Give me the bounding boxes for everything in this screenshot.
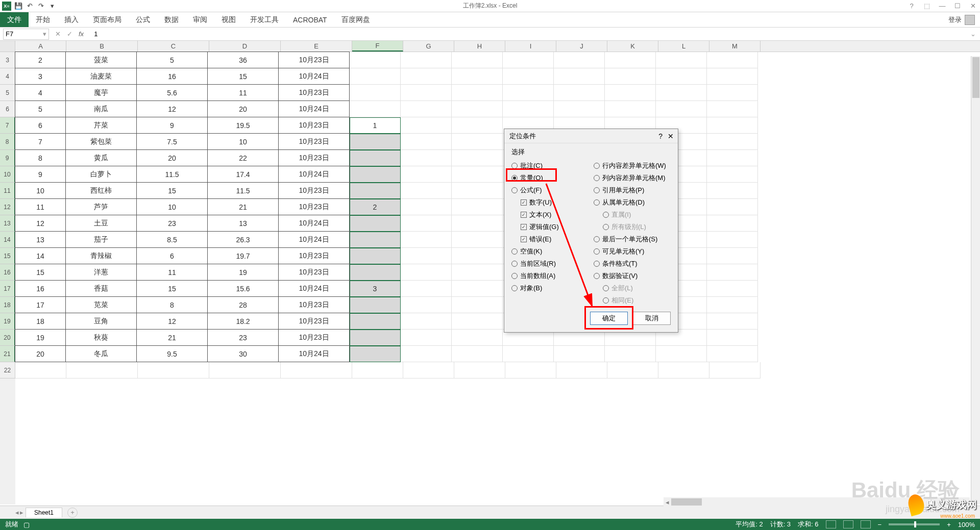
cell-B3[interactable]: 菠菜 bbox=[65, 52, 137, 68]
cell-H16[interactable] bbox=[452, 264, 503, 281]
column-header-B[interactable]: B bbox=[66, 41, 138, 52]
radio-label[interactable]: 可见单元格(Y) bbox=[602, 247, 644, 256]
cell-C21[interactable]: 9.5 bbox=[136, 345, 208, 362]
close-icon[interactable]: ✕ bbox=[968, 1, 978, 11]
cell-G16[interactable] bbox=[401, 264, 452, 281]
cell-G17[interactable] bbox=[401, 281, 452, 297]
zoom-in-icon[interactable]: + bbox=[947, 521, 951, 528]
cell-I3[interactable] bbox=[503, 52, 554, 68]
cell-J3[interactable] bbox=[554, 52, 605, 68]
cell-B14[interactable]: 茄子 bbox=[65, 231, 137, 248]
cell-E21[interactable]: 10月24日 bbox=[278, 345, 350, 362]
cell-K22[interactable] bbox=[607, 362, 658, 378]
cell-B20[interactable]: 秋葵 bbox=[65, 329, 137, 346]
radio[interactable] bbox=[594, 273, 600, 279]
cell-I5[interactable] bbox=[503, 85, 554, 101]
cell-E3[interactable]: 10月23日 bbox=[278, 52, 350, 68]
cell-L21[interactable] bbox=[656, 346, 707, 362]
fx-icon[interactable]: fx bbox=[79, 30, 84, 38]
cell-K5[interactable] bbox=[605, 85, 656, 101]
cell-M20[interactable] bbox=[707, 330, 758, 346]
cell-D15[interactable]: 19.7 bbox=[207, 247, 279, 264]
cell-E22[interactable] bbox=[281, 362, 352, 378]
radio[interactable] bbox=[511, 187, 518, 193]
column-header-H[interactable]: H bbox=[454, 41, 505, 52]
cell-H8[interactable] bbox=[452, 134, 503, 150]
cell-A16[interactable]: 15 bbox=[15, 264, 66, 281]
cell-B12[interactable]: 芦笋 bbox=[65, 198, 137, 215]
add-sheet-button[interactable]: + bbox=[67, 508, 78, 518]
cell-J4[interactable] bbox=[554, 68, 605, 85]
tab-developer[interactable]: 开发工具 bbox=[243, 12, 286, 27]
cell-M3[interactable] bbox=[707, 52, 758, 68]
cell-D9[interactable]: 22 bbox=[207, 149, 279, 166]
cell-H15[interactable] bbox=[452, 248, 503, 264]
cell-D5[interactable]: 11 bbox=[207, 84, 279, 101]
cell-A19[interactable]: 18 bbox=[15, 313, 66, 330]
cell-H11[interactable] bbox=[452, 183, 503, 199]
row-header-21[interactable]: 21 bbox=[0, 346, 15, 362]
cell-D20[interactable]: 23 bbox=[207, 329, 279, 346]
cell-A4[interactable]: 3 bbox=[15, 68, 66, 85]
sheet-nav-next-icon[interactable]: ▸ bbox=[20, 509, 23, 516]
cell-D12[interactable]: 21 bbox=[207, 198, 279, 215]
cell-B5[interactable]: 魔芋 bbox=[65, 84, 137, 101]
cell-E10[interactable]: 10月24日 bbox=[278, 166, 350, 183]
cell-E4[interactable]: 10月24日 bbox=[278, 68, 350, 85]
radio-label[interactable]: 批注(C) bbox=[520, 161, 543, 170]
zoom-out-icon[interactable]: − bbox=[878, 521, 882, 528]
radio-label[interactable]: 常量(O) bbox=[520, 173, 543, 183]
tab-data[interactable]: 数据 bbox=[157, 12, 186, 27]
cell-H20[interactable] bbox=[452, 330, 503, 346]
radio[interactable] bbox=[594, 261, 600, 267]
cell-L22[interactable] bbox=[658, 362, 709, 378]
cell-F7[interactable]: 1 bbox=[350, 117, 401, 134]
cell-B19[interactable]: 豆角 bbox=[65, 313, 137, 330]
cell-A17[interactable]: 16 bbox=[15, 280, 66, 297]
cell-F15[interactable] bbox=[350, 248, 401, 264]
radio-label[interactable]: 公式(F) bbox=[520, 186, 542, 195]
cell-M17[interactable] bbox=[707, 281, 758, 297]
cell-C22[interactable] bbox=[138, 362, 209, 378]
cell-F3[interactable] bbox=[350, 52, 401, 68]
cell-F10[interactable] bbox=[350, 166, 401, 183]
view-layout-icon[interactable] bbox=[843, 520, 853, 528]
cell-A3[interactable]: 2 bbox=[15, 52, 66, 68]
radio[interactable] bbox=[594, 175, 600, 181]
cell-C17[interactable]: 15 bbox=[136, 280, 208, 297]
cell-C10[interactable]: 11.5 bbox=[136, 166, 208, 183]
cell-D4[interactable]: 15 bbox=[207, 68, 279, 85]
row-header-4[interactable]: 4 bbox=[0, 68, 15, 85]
cell-M13[interactable] bbox=[707, 215, 758, 232]
cell-G19[interactable] bbox=[401, 313, 452, 330]
cell-H12[interactable] bbox=[452, 199, 503, 215]
row-header-10[interactable]: 10 bbox=[0, 166, 15, 183]
cell-B13[interactable]: 土豆 bbox=[65, 215, 137, 232]
cell-F13[interactable] bbox=[350, 215, 401, 232]
cell-M15[interactable] bbox=[707, 248, 758, 264]
cell-G20[interactable] bbox=[401, 330, 452, 346]
view-pagebreak-icon[interactable] bbox=[861, 520, 871, 528]
row-header-6[interactable]: 6 bbox=[0, 101, 15, 117]
cell-B18[interactable]: 苋菜 bbox=[65, 296, 137, 313]
cell-D13[interactable]: 13 bbox=[207, 215, 279, 232]
cell-M9[interactable] bbox=[707, 150, 758, 166]
cell-M11[interactable] bbox=[707, 183, 758, 199]
cell-E16[interactable]: 10月23日 bbox=[278, 264, 350, 281]
row-header-9[interactable]: 9 bbox=[0, 150, 15, 166]
cell-B21[interactable]: 冬瓜 bbox=[65, 345, 137, 362]
cell-A13[interactable]: 12 bbox=[15, 215, 66, 232]
cell-F11[interactable] bbox=[350, 183, 401, 199]
cell-F14[interactable] bbox=[350, 232, 401, 248]
scrollbar-vertical[interactable] bbox=[971, 56, 980, 504]
cell-M10[interactable] bbox=[707, 166, 758, 183]
cell-M7[interactable] bbox=[707, 117, 758, 134]
tab-file[interactable]: 文件 bbox=[0, 12, 29, 27]
cell-E5[interactable]: 10月23日 bbox=[278, 84, 350, 101]
enter-formula-icon[interactable]: ✓ bbox=[67, 30, 72, 38]
cell-B8[interactable]: 紫包菜 bbox=[65, 133, 137, 150]
radio-label[interactable]: 当前区域(R) bbox=[520, 259, 556, 268]
cell-C7[interactable]: 9 bbox=[136, 117, 208, 134]
cell-M4[interactable] bbox=[707, 68, 758, 85]
row-header-17[interactable]: 17 bbox=[0, 281, 15, 297]
